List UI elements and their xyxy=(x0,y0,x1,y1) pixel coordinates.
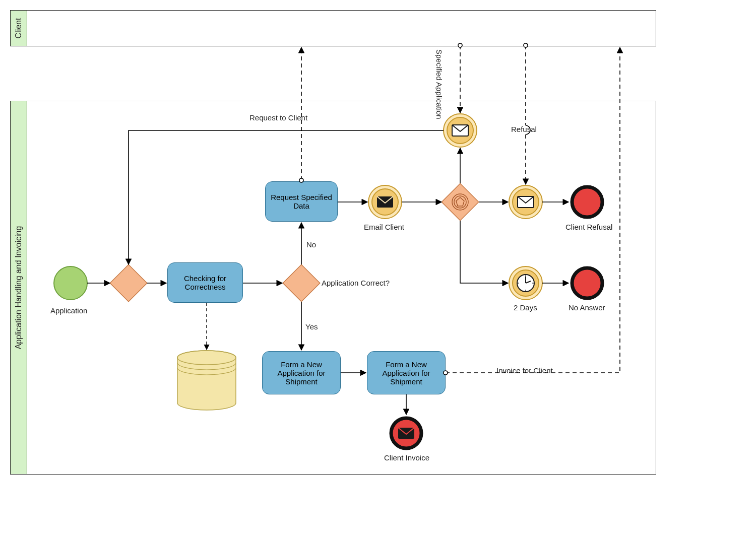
label-specified-application: Specified Application xyxy=(435,49,444,119)
task-request-specified-data: Request Specified Data xyxy=(265,181,338,222)
pool-main: Application Handling and Invoicing xyxy=(10,101,656,475)
label-email-client: Email Client xyxy=(364,223,404,231)
label-bill-of-goods: Bill of Goods xyxy=(186,380,229,389)
pool-client-title: Client xyxy=(14,18,23,39)
label-yes: Yes xyxy=(305,322,318,331)
pool-client: Client xyxy=(10,10,656,46)
label-app-correct: Application Correct? xyxy=(322,279,390,287)
label-refusal: Refusal xyxy=(511,125,537,133)
label-request-to-client: Request to Client xyxy=(249,113,307,122)
task-checking-correctness: Checking for Correctness xyxy=(167,262,243,303)
label-client-invoice: Client Invoice xyxy=(384,453,429,462)
task-form-shipment-2: Form a New Application for Shipment xyxy=(367,351,446,394)
task-request-data-label: Request Specified Data xyxy=(269,193,334,210)
task-checking-label: Checking for Correctness xyxy=(171,274,239,291)
pool-main-title: Application Handling and Invoicing xyxy=(14,226,23,350)
task-form-shipment-1: Form a New Application for Shipment xyxy=(262,351,341,394)
task-form-shipment-2-label: Form a New Application for Shipment xyxy=(370,360,442,386)
pool-main-header: Application Handling and Invoicing xyxy=(11,101,27,474)
label-invoice-for-client: Invoice for Client xyxy=(496,366,553,375)
label-no-answer: No Answer xyxy=(569,303,605,312)
label-application: Application xyxy=(50,306,87,315)
pool-client-header: Client xyxy=(11,11,27,46)
task-form-shipment-1-label: Form a New Application for Shipment xyxy=(266,360,337,386)
label-no: No xyxy=(306,240,316,249)
label-two-days: 2 Days xyxy=(514,303,537,312)
label-client-refusal: Client Refusal xyxy=(565,223,612,231)
